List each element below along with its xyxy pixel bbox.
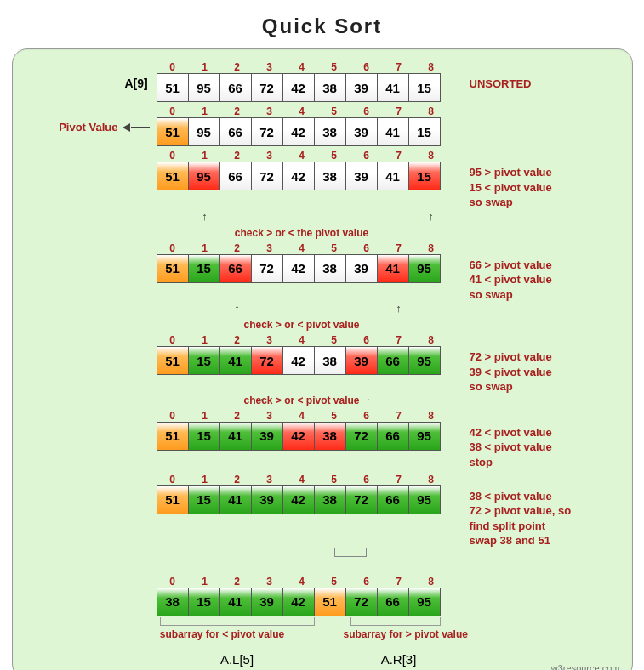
index-label: 2 — [221, 576, 254, 588]
index-label: 7 — [383, 410, 415, 422]
array-cell: 66 — [219, 254, 252, 283]
array-cell: 51 — [314, 588, 346, 616]
subarray-bracket-right — [350, 617, 441, 626]
index-label: 7 — [383, 242, 415, 254]
array-cell: 38 — [314, 485, 346, 514]
index-label: 4 — [286, 242, 318, 254]
array-cell: 15 — [408, 117, 441, 146]
index-label: 1 — [189, 334, 221, 346]
index-label: 2 — [221, 105, 254, 117]
index-label: 0 — [157, 334, 189, 346]
array-cell: 95 — [408, 588, 441, 616]
array-cell: 15 — [188, 485, 220, 514]
array-cell: 41 — [377, 73, 409, 102]
array-cell: 38 — [314, 346, 346, 375]
stage-note: 72 > pivot value39 < pivot valueso swap — [454, 334, 552, 395]
index-label: 3 — [254, 150, 286, 162]
array-cell: 95 — [408, 422, 441, 451]
index-label: 1 — [189, 61, 221, 73]
up-arrow-icon — [425, 210, 437, 223]
index-label: 8 — [415, 334, 447, 346]
index-label: 2 — [221, 61, 254, 73]
subarray-left-label: subarray for < pivot value — [127, 628, 318, 640]
index-label: 7 — [383, 105, 415, 117]
stage-note: 95 > pivot value15 < pivot valueso swap — [454, 150, 552, 210]
array-cell: 95 — [408, 485, 441, 514]
array-cell: 66 — [219, 117, 252, 146]
stage: 01234567851156672423839419566 > pivot va… — [25, 242, 620, 332]
array-cell: 41 — [377, 117, 409, 146]
index-label: 0 — [157, 150, 189, 162]
stage-left-label — [25, 334, 157, 349]
array-cell: 51 — [157, 162, 189, 190]
array-cell: 42 — [282, 162, 315, 190]
stage-left-label — [25, 150, 157, 165]
array-cell: 41 — [219, 422, 252, 451]
index-label: 3 — [254, 474, 286, 485]
array-cell: 42 — [282, 588, 315, 616]
index-label: 5 — [318, 576, 350, 588]
array-cell: 72 — [251, 346, 283, 375]
index-label: 1 — [189, 242, 221, 254]
index-label: 0 — [157, 474, 189, 485]
stage: Pivot Value012345678519566724238394115 — [25, 105, 620, 146]
array-cell: 41 — [377, 254, 409, 283]
array-cell: 51 — [157, 485, 189, 514]
array-cell: 41 — [377, 162, 409, 190]
index-label: 8 — [415, 150, 447, 162]
array-cell: 38 — [314, 254, 346, 283]
array-cell: 41 — [219, 346, 252, 375]
stage: 01234567851154172423839669572 > pivot va… — [25, 334, 620, 406]
diagram-panel: A[9]012345678519566724238394115UNSORTEDP… — [12, 48, 633, 670]
index-label: 0 — [157, 242, 189, 254]
array-row: 511541394238726695 — [157, 485, 454, 514]
stage-left-label — [25, 410, 157, 425]
array-cell: 95 — [408, 254, 441, 283]
stage-left-label — [25, 242, 157, 258]
array-cell: 95 — [408, 346, 441, 375]
index-label: 7 — [383, 61, 415, 73]
index-label: 1 — [189, 105, 221, 117]
index-label: 5 — [318, 150, 350, 162]
array-cell: 38 — [314, 162, 346, 190]
index-label: 2 — [221, 334, 254, 346]
stage: 01234567851154139423872669542 < pivot va… — [25, 410, 620, 470]
credit-label: w3resource.com — [551, 663, 620, 670]
array-cell: 51 — [157, 346, 189, 375]
array-cell: 39 — [345, 162, 378, 190]
page-title: Quick Sort — [9, 14, 635, 38]
index-label: 6 — [350, 242, 383, 254]
array-cell: 39 — [345, 254, 378, 283]
array-cell: 15 — [188, 422, 220, 451]
index-label: 4 — [286, 334, 318, 346]
index-label: 5 — [318, 410, 350, 422]
array-cell: 66 — [377, 422, 409, 451]
index-label: 1 — [189, 576, 221, 588]
index-label: 1 — [189, 410, 221, 422]
array-row: 519566724238394115 — [157, 73, 454, 102]
index-label: 2 — [221, 150, 254, 162]
index-label: 6 — [350, 334, 383, 346]
stage-left-label — [25, 474, 157, 489]
stage-note: 66 > pivot value41 < pivot valueso swap — [454, 242, 552, 303]
array-row: 519566724238394115 — [157, 117, 454, 146]
array-cell: 42 — [282, 422, 315, 451]
array-cell: 42 — [282, 346, 315, 375]
right-partition-label: A.R[3] — [350, 652, 447, 667]
index-label: 6 — [350, 576, 383, 588]
array-cell: 72 — [345, 485, 378, 514]
stage: 01234567851154139423872669538 < pivot va… — [25, 474, 620, 572]
stage-left-label — [25, 576, 157, 591]
array-name-label: A[9] — [125, 77, 148, 90]
index-label: 7 — [383, 334, 415, 346]
index-label: 4 — [286, 474, 318, 485]
index-label: 8 — [415, 105, 447, 117]
array-cell: 72 — [345, 422, 378, 451]
index-label: 3 — [254, 105, 286, 117]
array-cell: 39 — [345, 73, 378, 102]
array-cell: 95 — [188, 117, 220, 146]
index-label: 4 — [286, 410, 318, 422]
index-label: 8 — [415, 410, 447, 422]
stage-left-label: Pivot Value — [25, 105, 157, 133]
array-cell: 38 — [314, 422, 346, 451]
